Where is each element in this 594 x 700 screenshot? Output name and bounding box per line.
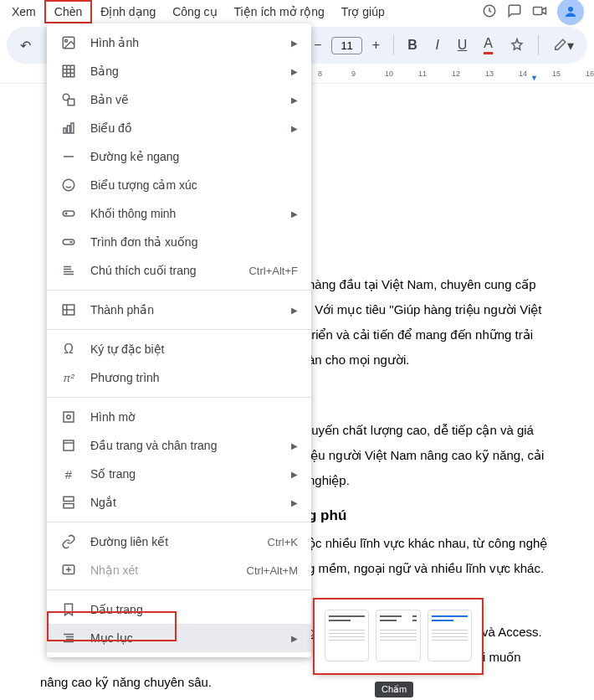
submenu-arrow-icon: ▶	[291, 441, 298, 450]
toc-submenu	[315, 600, 482, 673]
menu-item-emoji[interactable]: Biểu tượng cảm xúc	[47, 171, 311, 199]
svg-rect-1	[534, 7, 543, 14]
menu-label: Dấu trang	[90, 603, 298, 616]
submenu-arrow-icon: ▶	[291, 306, 298, 315]
font-size-inc[interactable]: +	[366, 34, 387, 56]
menu-label: Ngắt	[90, 496, 291, 509]
svg-rect-27	[64, 497, 74, 501]
menu-label: Nhận xét	[90, 564, 247, 577]
menu-bar: Xem Chèn Định dạng Công cụ Tiện ích mở r…	[0, 0, 594, 23]
menu-item-break[interactable]: Ngắt▶	[47, 488, 311, 517]
drawing-icon	[60, 91, 77, 108]
svg-point-2	[568, 7, 573, 12]
menu-label: Trình đơn thả xuống	[90, 235, 298, 249]
menu-tro-giup[interactable]: Trợ giúp	[333, 2, 393, 22]
menu-label: Đầu trang và chân trang	[90, 439, 291, 452]
menu-cong-cu[interactable]: Công cụ	[164, 2, 225, 22]
submenu-arrow-icon: ▶	[291, 209, 298, 219]
svg-rect-5	[63, 65, 74, 77]
submenu-arrow-icon: ▶	[291, 124, 298, 133]
toc-option-plain[interactable]	[325, 610, 369, 661]
svg-point-12	[63, 179, 74, 191]
bold-btn[interactable]: B	[401, 34, 424, 56]
menu-item-watermark[interactable]: Hình mờ	[47, 403, 311, 431]
dropdown-icon	[60, 234, 77, 250]
menu-item-toc[interactable]: Mục lục▶	[47, 624, 311, 652]
svg-rect-23	[64, 412, 74, 422]
svg-rect-13	[63, 211, 74, 216]
edit-mode-btn[interactable]: ▾	[545, 34, 581, 57]
menu-item-hr[interactable]: Đường kẻ ngang	[47, 142, 311, 171]
italic-btn[interactable]: I	[428, 34, 448, 56]
menu-label: Ký tự đặc biệt	[90, 342, 298, 356]
image-icon	[60, 34, 77, 51]
menu-label: Số trang	[90, 467, 291, 481]
undo-btn[interactable]: ↶	[13, 34, 38, 57]
svg-point-4	[65, 39, 68, 42]
history-icon[interactable]	[482, 3, 497, 21]
hr-icon	[60, 148, 77, 165]
submenu-arrow-icon: ▶	[291, 498, 298, 507]
menu-item-chart[interactable]: Biểu đồ▶	[47, 114, 311, 142]
underline-btn[interactable]: U	[451, 34, 474, 56]
menu-item-pagenum[interactable]: #Số trang▶	[47, 460, 311, 488]
menu-item-table[interactable]: Bảng▶	[47, 57, 311, 85]
svg-rect-7	[68, 99, 74, 106]
submenu-arrow-icon: ▶	[291, 470, 298, 479]
font-size-input[interactable]: 11	[331, 37, 361, 54]
menu-xem[interactable]: Xem	[3, 2, 44, 22]
comment-icon	[60, 562, 77, 579]
menu-label: Biểu đồ	[90, 121, 291, 135]
menu-item-bookmark[interactable]: Dấu trang	[47, 595, 311, 624]
menu-item-comment: Nhận xétCtrl+Alt+M	[47, 556, 311, 584]
pi-icon: π²	[60, 369, 77, 386]
svg-point-24	[67, 415, 71, 419]
menu-item-omega[interactable]: ΩKý tự đặc biệt	[47, 335, 311, 363]
menu-tien-ich[interactable]: Tiện ích mở rộng	[226, 2, 333, 22]
omega-icon: Ω	[60, 341, 77, 358]
menu-item-dropdown[interactable]: Trình đơn thả xuống	[47, 228, 311, 256]
text-color-btn[interactable]: A	[477, 33, 499, 58]
submenu-arrow-icon: ▶	[291, 67, 298, 76]
watermark-icon	[60, 409, 77, 425]
toc-icon	[60, 630, 77, 646]
highlight-btn[interactable]	[503, 34, 531, 56]
menu-label: Khối thông minh	[90, 207, 291, 220]
svg-rect-9	[68, 126, 70, 133]
user-avatar[interactable]	[557, 0, 584, 25]
comment-mode-icon[interactable]	[507, 3, 522, 21]
header-icon	[60, 437, 77, 454]
menu-item-building[interactable]: Thành phần▶	[47, 296, 311, 324]
menu-item-link[interactable]: Đường liên kếtCtrl+K	[47, 528, 311, 556]
menu-chen[interactable]: Chèn	[44, 0, 92, 23]
footnote-icon	[60, 262, 77, 279]
menu-item-pi[interactable]: π²Phương trình	[47, 363, 311, 392]
insert-menu: Hình ảnh▶Bảng▶Bản vẽ▶Biểu đồ▶Đường kẻ ng…	[47, 23, 311, 657]
menu-dinh-dang[interactable]: Định dạng	[92, 2, 164, 22]
doc-text: nâng cao kỹ năng chuyên sâu.	[40, 672, 554, 692]
menu-item-footnote[interactable]: Chú thích cuối trangCtrl+Alt+F	[47, 256, 311, 285]
menu-label: Biểu tượng cảm xúc	[90, 178, 298, 192]
chips-icon	[60, 205, 77, 222]
link-icon	[60, 533, 77, 550]
menu-item-chips[interactable]: Khối thông minh▶	[47, 199, 311, 228]
menu-shortcut: Ctrl+K	[268, 536, 298, 548]
menu-item-drawing[interactable]: Bản vẽ▶	[47, 85, 311, 114]
bookmark-icon	[60, 601, 77, 618]
table-icon	[60, 63, 77, 80]
tooltip: Chấm	[375, 682, 413, 697]
chart-icon	[60, 120, 77, 136]
svg-rect-8	[64, 128, 66, 133]
menu-label: Hình mờ	[90, 410, 298, 424]
menu-item-image[interactable]: Hình ảnh▶	[47, 28, 311, 57]
submenu-arrow-icon: ▶	[291, 634, 298, 643]
camera-icon[interactable]	[532, 3, 547, 21]
menu-label: Đường kẻ ngang	[90, 150, 298, 163]
submenu-arrow-icon: ▶	[291, 95, 298, 105]
building-icon	[60, 301, 77, 318]
menu-label: Bảng	[90, 64, 291, 78]
toc-option-dotted[interactable]	[376, 610, 420, 661]
menu-label: Đường liên kết	[90, 535, 268, 548]
menu-item-header[interactable]: Đầu trang và chân trang▶	[47, 431, 311, 460]
toc-option-links[interactable]	[428, 610, 472, 661]
